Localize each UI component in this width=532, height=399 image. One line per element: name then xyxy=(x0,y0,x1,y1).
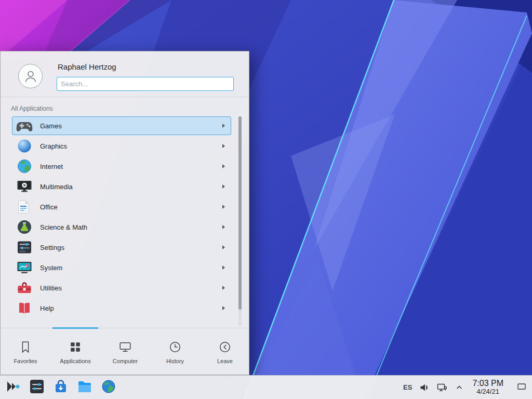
chevron-right-icon xyxy=(222,265,225,270)
tab-computer[interactable]: Computer xyxy=(100,328,150,376)
category-graphics[interactable]: Graphics xyxy=(12,137,231,155)
bookmark-icon xyxy=(18,340,33,354)
category-label: System xyxy=(40,264,62,272)
discover-icon xyxy=(52,378,69,397)
chevron-right-icon xyxy=(222,286,225,290)
system-tray: ES 7:03 PM xyxy=(403,377,529,398)
desktop: Raphael Hertzog All Applications Games xyxy=(0,0,532,399)
category-utilities[interactable]: Utilities xyxy=(12,278,231,297)
sphere-icon xyxy=(16,138,33,154)
web-browser-button[interactable] xyxy=(99,378,118,397)
category-label: Internet xyxy=(40,163,63,170)
category-label: Multimedia xyxy=(40,183,73,191)
tab-label: History xyxy=(166,358,184,364)
category-label: Settings xyxy=(40,244,64,251)
taskbar: ES 7:03 PM xyxy=(0,375,532,399)
category-system[interactable]: System xyxy=(12,258,231,277)
network-icon[interactable] xyxy=(437,382,448,393)
globe-icon xyxy=(16,158,33,175)
launcher-header: Raphael Hertzog xyxy=(1,51,249,97)
chevron-right-icon xyxy=(222,184,225,189)
tab-label: Applications xyxy=(60,358,90,364)
tab-applications[interactable]: Applications xyxy=(50,328,100,376)
section-label: All Applications xyxy=(11,105,53,112)
media-monitor-icon xyxy=(16,178,33,195)
category-label: Help xyxy=(40,304,54,312)
expand-panel-icon[interactable] xyxy=(455,383,463,392)
category-games[interactable]: Games xyxy=(12,116,231,135)
clock-date: 4/24/21 xyxy=(472,388,503,396)
app-menu-button[interactable] xyxy=(3,378,23,397)
chevron-right-icon xyxy=(222,144,225,148)
category-help[interactable]: Help xyxy=(12,299,231,317)
tab-favorites[interactable]: Favorites xyxy=(1,328,50,376)
category-list: Games Graphics xyxy=(1,115,250,328)
tab-label: Favorites xyxy=(14,358,37,364)
tab-label: Computer xyxy=(113,358,138,364)
category-label: Games xyxy=(40,122,62,130)
person-icon xyxy=(23,69,38,84)
file-manager-icon xyxy=(76,378,93,397)
settings-panel-icon xyxy=(16,239,33,256)
help-book-icon xyxy=(16,300,33,316)
computer-icon xyxy=(118,340,132,354)
show-desktop-button[interactable] xyxy=(514,377,529,398)
web-browser-icon xyxy=(100,378,117,397)
discover-button[interactable] xyxy=(51,378,71,397)
tab-label: Leave xyxy=(217,358,233,364)
category-internet[interactable]: Internet xyxy=(12,157,231,176)
scrollbar-thumb[interactable] xyxy=(238,116,242,310)
document-icon xyxy=(16,198,33,215)
category-settings[interactable]: Settings xyxy=(12,238,231,257)
keyboard-layout-indicator[interactable]: ES xyxy=(403,383,412,391)
volume-icon[interactable] xyxy=(419,382,430,393)
digital-clock[interactable]: 7:03 PM 4/24/21 xyxy=(472,379,503,395)
user-avatar[interactable] xyxy=(18,64,43,88)
category-office[interactable]: Office xyxy=(12,197,231,216)
clock-icon xyxy=(168,340,182,354)
category-label: Utilities xyxy=(40,284,62,292)
search-input[interactable] xyxy=(57,77,234,91)
launcher-tab-bar: Favorites Applications xyxy=(1,328,250,376)
app-grid-icon xyxy=(68,340,83,354)
tab-history[interactable]: History xyxy=(150,328,200,376)
tab-leave[interactable]: Leave xyxy=(200,328,250,376)
system-monitor-icon xyxy=(16,259,33,276)
category-scrollbar xyxy=(238,116,242,326)
chevron-right-icon xyxy=(222,306,225,310)
chevron-right-icon xyxy=(222,164,225,168)
chevron-right-icon xyxy=(222,205,225,209)
file-manager-button[interactable] xyxy=(75,378,95,397)
task-manager-settings-icon xyxy=(29,378,45,397)
chevron-right-icon xyxy=(222,124,225,128)
clock-time: 7:03 PM xyxy=(472,379,503,388)
category-multimedia[interactable]: Multimedia xyxy=(12,177,231,196)
user-name: Raphael Hertzog xyxy=(58,62,116,71)
category-label: Office xyxy=(40,203,58,211)
category-label: Graphics xyxy=(40,142,67,150)
chevron-right-icon xyxy=(222,245,225,249)
app-menu-icon xyxy=(5,378,21,397)
category-label: Science & Math xyxy=(40,223,87,231)
task-manager-settings-button[interactable] xyxy=(27,378,47,397)
gamepad-icon xyxy=(16,117,33,134)
active-tab-indicator xyxy=(52,327,98,329)
chevron-right-icon xyxy=(222,225,225,229)
show-desktop-icon xyxy=(516,381,527,394)
flask-icon xyxy=(16,219,33,235)
category-science-math[interactable]: Science & Math xyxy=(12,218,231,236)
leave-icon xyxy=(218,340,232,354)
toolbox-icon xyxy=(16,280,33,296)
application-launcher-menu: Raphael Hertzog All Applications Games xyxy=(0,51,249,375)
